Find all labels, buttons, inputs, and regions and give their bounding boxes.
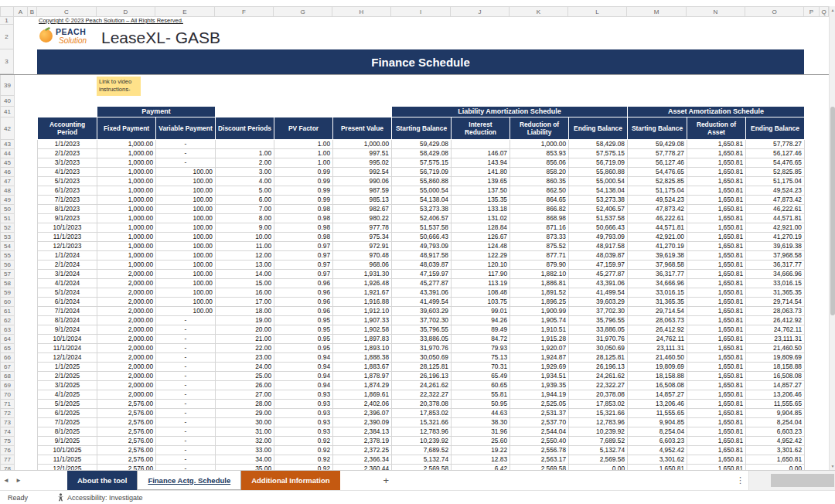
cell[interactable]: 16,508.08 <box>746 372 805 381</box>
cell[interactable]: 128.84 <box>452 223 510 233</box>
cell[interactable]: 44.63 <box>452 409 510 418</box>
cell[interactable] <box>820 279 830 288</box>
row-header[interactable]: 66 <box>1 353 15 363</box>
cell[interactable]: 875.52 <box>510 242 569 251</box>
cell[interactable] <box>29 117 38 140</box>
cell[interactable]: 33,886.05 <box>392 335 452 344</box>
cell[interactable]: 30.00 <box>216 418 274 427</box>
cell[interactable]: 7/1/2023 <box>38 196 97 205</box>
row-header[interactable]: 63 <box>1 325 15 335</box>
cell[interactable]: 30,050.69 <box>392 353 452 363</box>
cell[interactable]: 42,921.00 <box>746 223 805 233</box>
cell[interactable]: 2,000.00 <box>97 335 156 344</box>
cell[interactable] <box>820 344 830 353</box>
cell[interactable]: 45,277.87 <box>392 279 452 288</box>
cell[interactable] <box>29 335 38 344</box>
cell[interactable]: 0.96 <box>274 307 333 316</box>
column-header-O[interactable]: O <box>745 6 804 17</box>
cell[interactable] <box>820 363 830 372</box>
row-header[interactable]: 61 <box>1 307 15 316</box>
cell[interactable]: 8,254.04 <box>628 427 687 437</box>
cell[interactable]: 34.00 <box>216 455 274 465</box>
cell[interactable]: 28,063.73 <box>746 307 805 316</box>
cell[interactable]: 2,390.09 <box>333 418 392 427</box>
cell[interactable] <box>29 140 38 149</box>
cell[interactable]: 34,666.96 <box>746 270 805 279</box>
cell[interactable]: 56,127.46 <box>628 158 687 168</box>
cell[interactable]: 38.30 <box>452 418 510 427</box>
cell[interactable]: 17.00 <box>216 298 274 307</box>
cell[interactable]: 1,000.00 <box>97 251 156 261</box>
cell[interactable]: 10/1/2024 <box>38 335 97 344</box>
cell[interactable]: 6/1/2024 <box>38 298 97 307</box>
cell[interactable] <box>15 353 29 363</box>
cell[interactable]: 29.00 <box>216 409 274 418</box>
cell[interactable]: 32.00 <box>216 437 274 446</box>
column-header-E[interactable]: E <box>155 6 215 17</box>
cell[interactable]: 11,555.65 <box>746 400 805 409</box>
cell[interactable]: 0.92 <box>274 455 333 465</box>
cell[interactable]: 33,016.15 <box>628 288 687 298</box>
cell[interactable]: 124.48 <box>452 242 510 251</box>
cell[interactable]: 57,575.15 <box>569 149 628 158</box>
cell[interactable] <box>805 279 820 288</box>
cell[interactable]: 3/1/2024 <box>38 270 97 279</box>
cell[interactable] <box>15 390 29 400</box>
cell[interactable]: 0.93 <box>274 409 333 418</box>
cell[interactable] <box>805 409 820 418</box>
cell[interactable]: 14,857.27 <box>746 381 805 390</box>
tab-about-the-tool[interactable]: About the tool <box>67 471 137 490</box>
cell[interactable] <box>29 149 38 158</box>
cell[interactable]: 1,000.00 <box>97 223 156 233</box>
cell[interactable] <box>805 140 820 149</box>
cell[interactable]: 37,968.58 <box>746 251 805 261</box>
cell[interactable]: 6/1/2023 <box>38 186 97 196</box>
cell[interactable]: 11/1/2025 <box>38 455 97 465</box>
cell[interactable]: 2,384.13 <box>333 427 392 437</box>
row-header[interactable]: 50 <box>1 205 15 214</box>
cell[interactable]: 54,476.65 <box>628 168 687 177</box>
cell[interactable]: 12/1/2023 <box>38 242 97 251</box>
cell[interactable]: 65.49 <box>452 372 510 381</box>
cell[interactable]: 51,175.04 <box>746 177 805 186</box>
cell[interactable]: 7/1/2025 <box>38 418 97 427</box>
cell[interactable]: 35,796.55 <box>392 325 452 335</box>
row-header[interactable]: 59 <box>1 288 15 298</box>
cell[interactable]: 39,603.29 <box>569 298 628 307</box>
cell[interactable]: 15,321.66 <box>569 409 628 418</box>
cell[interactable]: - <box>156 418 216 427</box>
cell[interactable]: 992.54 <box>333 168 392 177</box>
col-header-liab-ending-balance[interactable]: Ending Balance <box>569 117 628 140</box>
cell[interactable]: - <box>156 149 216 158</box>
cell[interactable] <box>15 372 29 381</box>
cell[interactable]: 56,719.09 <box>569 158 628 168</box>
group-header-payment[interactable]: Payment <box>97 107 216 117</box>
cell[interactable]: 0.98 <box>274 233 333 242</box>
cell[interactable] <box>29 158 38 168</box>
cell[interactable] <box>820 261 830 270</box>
cell[interactable]: 2,569.58 <box>569 455 628 465</box>
cell[interactable]: 33,886.05 <box>569 325 628 335</box>
cell[interactable] <box>15 381 29 390</box>
cell[interactable]: 1,891.52 <box>510 288 569 298</box>
row-header[interactable]: 43 <box>1 140 15 149</box>
cell[interactable] <box>805 233 820 242</box>
cell[interactable]: 2/1/2025 <box>38 372 97 381</box>
cell[interactable]: 1,915.28 <box>510 335 569 344</box>
cell[interactable]: 48,917.58 <box>569 242 628 251</box>
cell[interactable]: 26.00 <box>216 381 274 390</box>
cell[interactable]: 2,556.78 <box>510 446 569 455</box>
cell[interactable]: 0.95 <box>274 325 333 335</box>
cell[interactable]: 31,970.76 <box>569 335 628 344</box>
row-header[interactable]: 62 <box>1 316 15 325</box>
cell[interactable]: - <box>156 372 216 381</box>
cell[interactable]: 1,000.00 <box>97 149 156 158</box>
cell[interactable]: 13.00 <box>216 261 274 270</box>
cell[interactable]: 862.50 <box>510 186 569 196</box>
cell[interactable] <box>15 223 29 233</box>
cell[interactable]: 1,905.74 <box>510 316 569 325</box>
cell[interactable]: 24,762.11 <box>628 335 687 344</box>
cell[interactable]: 146.07 <box>452 149 510 158</box>
cell[interactable]: 1,650.81 <box>687 316 746 325</box>
cell[interactable]: 26,196.13 <box>392 372 452 381</box>
